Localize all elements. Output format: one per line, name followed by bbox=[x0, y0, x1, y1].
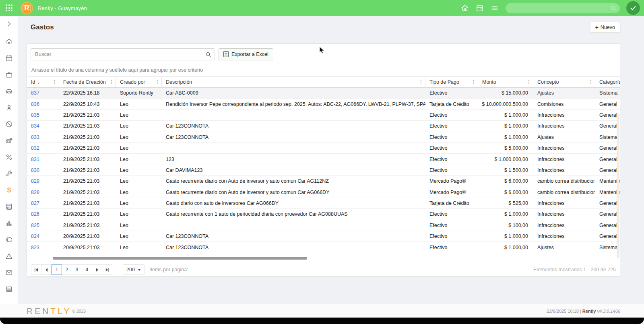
expense-id-link[interactable]: 836 bbox=[31, 101, 39, 107]
sidebar-item-warning-triangle[interactable] bbox=[0, 248, 18, 264]
home-icon[interactable] bbox=[461, 4, 469, 12]
column-header-id[interactable]: Id↓⋮ bbox=[27, 77, 59, 87]
page-button-2[interactable]: 2 bbox=[62, 264, 72, 275]
expense-id-link[interactable]: 834 bbox=[31, 123, 39, 129]
user-avatar[interactable] bbox=[626, 1, 640, 15]
sidebar-item-car-alert[interactable] bbox=[0, 132, 18, 149]
column-header-fecha-de-creaci-n[interactable]: Fecha de Creación⋮ bbox=[59, 77, 116, 87]
cell-id[interactable]: 830 bbox=[27, 165, 59, 175]
cell-id[interactable]: 835 bbox=[27, 110, 59, 120]
column-menu-icon[interactable]: ⋮ bbox=[526, 80, 531, 85]
last-page-button[interactable] bbox=[102, 264, 112, 275]
expense-id-link[interactable]: 825 bbox=[31, 223, 39, 228]
column-header-categor-a[interactable]: Categoría⋮ bbox=[595, 77, 620, 87]
page-button-1[interactable]: 1 bbox=[52, 264, 62, 275]
expense-id-link[interactable]: 829 bbox=[31, 178, 39, 184]
sidebar-item-chevron-right[interactable] bbox=[0, 16, 18, 31]
table-row[interactable]: 82420/9/2025 21:03LeoCar 123CONNOTAEfect… bbox=[27, 231, 620, 242]
sidebar-item-home[interactable] bbox=[0, 33, 18, 50]
column-header-descripci-n[interactable]: Descripción⋮ bbox=[162, 77, 425, 87]
sidebar-item-ban[interactable] bbox=[0, 116, 18, 132]
cell-id[interactable]: 828 bbox=[27, 187, 59, 198]
expense-id-link[interactable]: 830 bbox=[31, 167, 39, 173]
table-row[interactable]: 82721/9/2025 21:03LeoGasto diario con au… bbox=[27, 198, 620, 209]
expense-id-link[interactable]: 828 bbox=[31, 190, 39, 195]
cell-id[interactable]: 831 bbox=[27, 154, 59, 164]
table-row[interactable]: 83521/9/2025 21:03LeoEfectivo$ 1.000,00I… bbox=[27, 110, 620, 121]
cell-id[interactable]: 825 bbox=[27, 220, 59, 231]
sidebar-item-mail[interactable] bbox=[0, 264, 18, 281]
table-row[interactable]: 82921/9/2025 21:03LeoGasto recurrente di… bbox=[27, 176, 620, 187]
export-excel-button[interactable]: Exportar a Excel bbox=[219, 48, 273, 60]
expense-id-link[interactable]: 823 bbox=[31, 245, 39, 250]
column-menu-icon[interactable]: ⋮ bbox=[588, 80, 593, 85]
cell-id[interactable]: 827 bbox=[27, 198, 59, 208]
new-button[interactable]: + Nuevo bbox=[590, 22, 620, 33]
horizontal-scrollbar[interactable] bbox=[53, 257, 307, 260]
column-menu-icon[interactable]: ⋮ bbox=[471, 80, 476, 85]
sidebar-item-list[interactable] bbox=[0, 281, 18, 297]
cell-id[interactable]: 832 bbox=[27, 143, 59, 153]
cell-id[interactable]: 834 bbox=[27, 121, 59, 131]
topbar-search-input[interactable] bbox=[506, 3, 620, 13]
table-row[interactable]: 83221/9/2025 21:03LeoEfectivo$ 5.000,00I… bbox=[27, 143, 620, 154]
expense-id-link[interactable]: 827 bbox=[31, 200, 39, 206]
sidebar-item-calendar[interactable] bbox=[0, 50, 18, 66]
sidebar-item-briefcase[interactable] bbox=[0, 66, 18, 83]
cell-id[interactable]: 824 bbox=[27, 231, 59, 241]
cell-id[interactable]: 826 bbox=[27, 209, 59, 219]
sidebar-item-calculator[interactable] bbox=[0, 198, 18, 215]
table-row[interactable]: 82320/9/2025 21:03LeoCar 123CONNOTAEfect… bbox=[27, 242, 620, 253]
column-header-tipo-de-pago[interactable]: Tipo de Pago⋮ bbox=[425, 77, 478, 87]
table-row[interactable]: 82521/9/2025 21:03LeoEfectivo$ 100,00Inf… bbox=[27, 220, 620, 231]
table-row[interactable]: 83021/9/2025 21:03LeoCar DAVIMA123Efecti… bbox=[27, 165, 620, 176]
calendar-icon[interactable] bbox=[476, 4, 484, 12]
app-grid-icon[interactable] bbox=[5, 4, 14, 12]
expense-id-link[interactable]: 837 bbox=[31, 90, 39, 96]
expense-id-link[interactable]: 824 bbox=[31, 233, 39, 239]
sidebar-item-tires[interactable] bbox=[0, 231, 18, 248]
cell-id[interactable]: 833 bbox=[27, 132, 59, 142]
column-menu-icon[interactable]: ⋮ bbox=[419, 80, 423, 85]
expense-id-link[interactable]: 831 bbox=[31, 157, 39, 162]
sidebar-item-car[interactable] bbox=[0, 83, 18, 99]
sidebar-item-person[interactable] bbox=[0, 99, 18, 116]
menu-icon[interactable] bbox=[491, 4, 499, 12]
expense-id-link[interactable]: 832 bbox=[31, 145, 39, 151]
next-page-button[interactable] bbox=[92, 264, 102, 275]
search-input[interactable] bbox=[31, 49, 215, 60]
table-row[interactable]: 83622/9/2025 10:43LeoRendición Inversor … bbox=[27, 99, 620, 109]
table-row[interactable]: 83321/9/2025 21:03LeoCar 123CONNOTAEfect… bbox=[27, 132, 620, 143]
page-button-4[interactable]: 4 bbox=[82, 264, 92, 275]
vertical-scrollbar[interactable] bbox=[617, 114, 619, 258]
sidebar-item-wrench[interactable] bbox=[0, 165, 18, 182]
group-drop-zone[interactable]: Arrastre el título de una columna y suél… bbox=[27, 64, 620, 77]
column-menu-icon[interactable]: ⋮ bbox=[155, 80, 160, 85]
table-row[interactable]: 83121/9/2025 21:03Leo123Efectivo$ 1.000.… bbox=[27, 154, 620, 165]
rently-logo[interactable]: R bbox=[21, 2, 33, 14]
column-header-concepto[interactable]: Concepto⋮ bbox=[533, 77, 595, 87]
column-menu-icon[interactable]: ⋮ bbox=[109, 80, 114, 85]
column-header-creado-por[interactable]: Creado por⋮ bbox=[116, 77, 162, 87]
search-icon[interactable] bbox=[205, 52, 211, 58]
cell-id[interactable]: 836 bbox=[27, 99, 59, 109]
cell-id[interactable]: 823 bbox=[27, 242, 59, 252]
cell-id[interactable]: 829 bbox=[27, 176, 59, 186]
expense-id-link[interactable]: 833 bbox=[31, 134, 39, 140]
table-row[interactable]: 82621/9/2025 21:03LeoGasto recurrente co… bbox=[27, 209, 620, 220]
table-row[interactable]: 83421/9/2025 21:03LeoCar 123CONNOTAEfect… bbox=[27, 121, 620, 132]
column-menu-icon[interactable]: ⋮ bbox=[52, 80, 57, 85]
table-row[interactable]: 83722/9/2025 16:18Soporte RentlyCar ABC-… bbox=[27, 88, 620, 99]
cell-id[interactable]: 837 bbox=[27, 88, 59, 98]
sidebar-item-percent[interactable] bbox=[0, 149, 18, 165]
sidebar-item-dollar[interactable]: $ bbox=[0, 182, 18, 198]
column-header-monto[interactable]: Monto⋮ bbox=[478, 77, 533, 87]
prev-page-button[interactable] bbox=[41, 264, 52, 275]
first-page-button[interactable] bbox=[31, 264, 41, 275]
page-size-select[interactable]: 200 bbox=[123, 264, 144, 275]
table-row[interactable]: 82821/9/2025 21:03LeoGasto recurrente di… bbox=[27, 187, 620, 198]
expense-id-link[interactable]: 835 bbox=[31, 112, 39, 118]
page-button-3[interactable]: 3 bbox=[72, 264, 82, 275]
expense-id-link[interactable]: 826 bbox=[31, 211, 39, 217]
sidebar-item-bar-chart[interactable] bbox=[0, 215, 18, 231]
